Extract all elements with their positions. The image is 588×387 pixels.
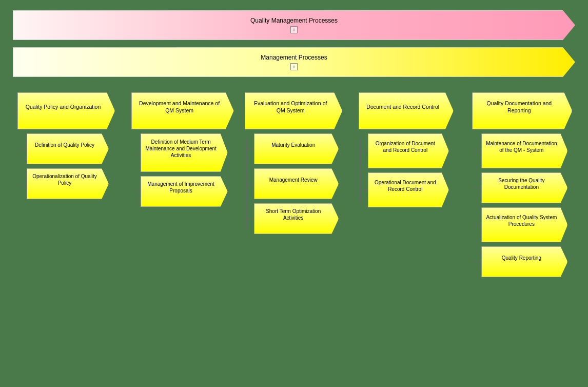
children-area-3: Maturity Evaluation + Management Review … [254,133,339,234]
mid-chevron-4-label: Document and Record Control [362,102,449,112]
child-label-5-2: Securing the Quality Documentation [481,176,567,191]
col-unit-5: Quality Documentation and Reporting + Ma… [465,92,578,277]
mid-chevron-3-label: Evaluation and Optimization of QM System [245,98,342,115]
mid-chevron-2[interactable]: Development and Maintenance of QM System… [131,92,234,129]
children-area-2: Definition of Medium Term Maintenance an… [141,133,228,207]
child-label-5-4: Quality Reporting [499,254,551,262]
banner2-plus[interactable]: + [290,63,298,70]
child-chevron-5-2[interactable]: Securing the Quality Documentation + [481,172,567,203]
child-chevron-3-1[interactable]: Maturity Evaluation + [254,133,339,164]
child-label-2-2: Management of Improvement Proposals [141,180,228,195]
children-area-1: Definition of Quality Policy + Operation… [27,133,109,199]
mid-chevron-2-label: Development and Maintenance of QM System [131,98,234,115]
child-label-1-1: Definition of Quality Policy [32,141,104,149]
banner1-plus[interactable]: + [290,26,298,33]
mid-chevron-3[interactable]: Evaluation and Optimization of QM System… [245,92,342,129]
child-chevron-1-1[interactable]: Definition of Quality Policy + [27,133,109,164]
child-label-4-2: Operational Document and Record Control [368,178,449,194]
child-label-3-1: Maturity Evaluation [268,141,324,149]
banner1-label: Quality Management Processes [250,17,338,24]
children-area-4: Organization of Document and Record Cont… [368,133,449,207]
child-label-2-1: Definition of Medium Term Maintenance an… [141,138,228,160]
child-chevron-3-2[interactable]: Management Review + [254,168,339,199]
child-label-5-1: Maintenance of Documentation of the QM -… [481,139,567,154]
children-area-5: Maintenance of Documentation of the QM -… [481,133,567,277]
col-unit-4: Document and Record Control + Organizati… [351,92,464,277]
child-chevron-2-1[interactable]: Definition of Medium Term Maintenance an… [141,133,228,172]
child-chevron-4-1[interactable]: Organization of Document and Record Cont… [368,133,449,168]
child-label-3-3: Short Term Optimization Activities [254,207,339,222]
child-label-4-1: Organization of Document and Record Cont… [368,139,449,154]
mid-chevron-5-label: Quality Documentation and Reporting [472,98,572,115]
banner-management-processes[interactable]: Management Processes + [13,47,575,77]
child-chevron-1-2[interactable]: Operationalization of Quality Policy + [27,168,109,199]
mid-chevron-5[interactable]: Quality Documentation and Reporting + [472,92,572,129]
mid-chevron-4[interactable]: Document and Record Control + [359,92,454,129]
diagram-container: Quality Management Processes + Managemen… [0,0,588,293]
col-unit-3: Evaluation and Optimization of QM System… [238,92,350,277]
child-chevron-3-3[interactable]: Short Term Optimization Activities + [254,203,339,234]
mid-row: Quality Policy and Organization + Defini… [8,87,580,282]
child-label-3-2: Management Review [266,176,327,184]
child-chevron-4-2[interactable]: Operational Document and Record Control … [368,172,449,207]
mid-chevron-1[interactable]: Quality Policy and Organization + [17,92,115,129]
banner-quality-management[interactable]: Quality Management Processes + [13,10,575,40]
child-chevron-2-2[interactable]: Management of Improvement Proposals + [141,176,228,207]
child-chevron-5-4[interactable]: Quality Reporting + [481,246,567,277]
child-label-5-3: Actualization of Quality System Procedur… [481,213,567,228]
col-unit-1: Quality Policy and Organization + Defini… [10,92,123,277]
mid-chevron-1-label: Quality Policy and Organization [22,102,111,112]
child-label-1-2: Operationalization of Quality Policy [27,172,109,187]
child-chevron-5-1[interactable]: Maintenance of Documentation of the QM -… [481,133,567,168]
banner2-label: Management Processes [261,54,327,61]
col-unit-2: Development and Maintenance of QM System… [124,92,237,277]
child-chevron-5-3[interactable]: Actualization of Quality System Procedur… [481,207,567,242]
